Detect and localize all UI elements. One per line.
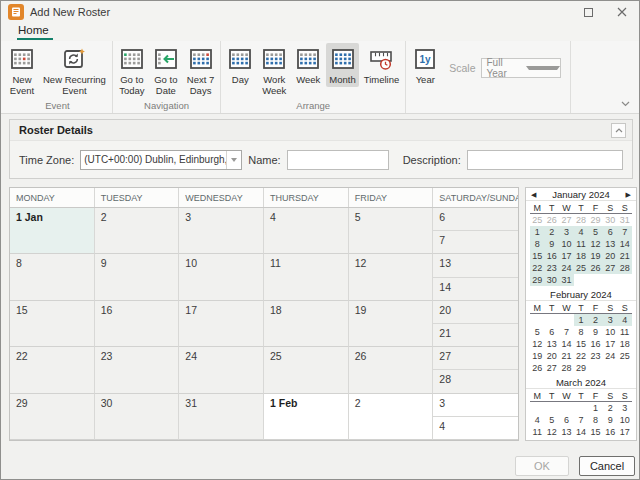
day-cell[interactable]: 13 (433, 254, 518, 277)
new-event-button[interactable]: New Event (6, 43, 38, 98)
mini-day[interactable]: 9 (603, 414, 618, 426)
mini-day[interactable]: 24 (559, 262, 574, 274)
tab-home[interactable]: Home (18, 24, 49, 36)
mini-day[interactable]: 27 (603, 262, 618, 274)
month-view-button[interactable]: Month (326, 43, 358, 87)
mini-day[interactable]: 3 (603, 314, 618, 326)
mini-day[interactable]: 11 (617, 326, 632, 338)
mini-day[interactable]: 8 (530, 238, 545, 250)
mini-day[interactable]: 1 (574, 314, 589, 326)
day-cell[interactable]: 8 (10, 254, 95, 300)
mini-day[interactable]: 30 (545, 274, 560, 286)
ok-button[interactable]: OK (515, 456, 569, 476)
description-input[interactable] (467, 150, 623, 170)
mini-day[interactable]: 23 (603, 438, 618, 441)
mini-day[interactable]: 21 (574, 438, 589, 441)
mini-day[interactable]: 10 (559, 238, 574, 250)
mini-day[interactable]: 17 (617, 426, 632, 438)
mini-day[interactable]: 28 (559, 362, 574, 374)
day-cell[interactable]: 4 (433, 417, 518, 439)
mini-day[interactable]: 7 (617, 226, 632, 238)
mini-day[interactable]: 18 (617, 338, 632, 350)
mini-day[interactable]: 20 (545, 350, 560, 362)
close-button[interactable] (605, 1, 639, 23)
mini-day[interactable]: 14 (559, 338, 574, 350)
day-cell[interactable]: 4 (264, 208, 349, 254)
mini-day[interactable]: 9 (545, 238, 560, 250)
mini-day[interactable]: 7 (574, 414, 589, 426)
mini-day[interactable]: 28 (617, 262, 632, 274)
mini-day[interactable]: 24 (617, 438, 632, 441)
cancel-button[interactable]: Cancel (579, 456, 635, 476)
mini-day[interactable]: 12 (530, 338, 545, 350)
mini-day[interactable]: 19 (588, 250, 603, 262)
mini-day[interactable]: 15 (530, 250, 545, 262)
mini-day[interactable]: 16 (603, 426, 618, 438)
maximize-button[interactable] (571, 1, 605, 23)
timeline-view-button[interactable]: Timeline (361, 43, 403, 87)
mini-day[interactable]: 3 (617, 402, 632, 414)
mini-day[interactable]: 13 (559, 426, 574, 438)
mini-day[interactable]: 22 (530, 262, 545, 274)
mini-day[interactable]: 20 (559, 438, 574, 441)
day-cell[interactable]: 20 (433, 301, 518, 324)
day-cell[interactable]: 27 (433, 347, 518, 370)
day-cell[interactable]: 28 (433, 370, 518, 392)
day-cell[interactable]: 23 (95, 347, 180, 393)
mini-day[interactable]: 2 (588, 314, 603, 326)
day-cell[interactable]: 31 (179, 394, 264, 440)
mini-day[interactable]: 11 (574, 238, 589, 250)
mini-day[interactable]: 8 (588, 414, 603, 426)
name-input[interactable] (287, 150, 389, 170)
new-recurring-event-button[interactable]: New Recurring Event (40, 43, 109, 98)
day-cell[interactable]: 16 (95, 301, 180, 347)
mini-day[interactable]: 7 (559, 326, 574, 338)
day-cell[interactable]: 1 Jan (10, 208, 95, 254)
mini-day[interactable]: 18 (574, 250, 589, 262)
day-cell[interactable]: 12 (349, 254, 434, 300)
mini-day[interactable]: 16 (545, 250, 560, 262)
mini-day[interactable]: 22 (574, 350, 589, 362)
day-cell[interactable]: 5 (349, 208, 434, 254)
day-cell[interactable]: 18 (264, 301, 349, 347)
mini-day[interactable]: 14 (617, 238, 632, 250)
mini-day[interactable]: 25 (574, 262, 589, 274)
mini-day[interactable]: 12 (588, 238, 603, 250)
work-week-view-button[interactable]: Work Week (258, 43, 290, 98)
mini-day[interactable]: 25 (617, 350, 632, 362)
mini-day[interactable]: 4 (574, 226, 589, 238)
mini-day[interactable]: 1 (588, 402, 603, 414)
mini-day[interactable]: 8 (574, 326, 589, 338)
day-cell[interactable]: 3 (179, 208, 264, 254)
day-cell[interactable]: 9 (95, 254, 180, 300)
day-cell[interactable]: 1 Feb (264, 394, 349, 440)
day-cell[interactable]: 26 (349, 347, 434, 393)
mini-day[interactable]: 15 (574, 338, 589, 350)
mini-day[interactable]: 18 (530, 438, 545, 441)
mini-day[interactable]: 13 (603, 238, 618, 250)
mini-day[interactable]: 28 (574, 214, 589, 226)
mini-day[interactable]: 19 (545, 438, 560, 441)
mini-day[interactable]: 1 (530, 226, 545, 238)
mini-day[interactable]: 6 (545, 326, 560, 338)
mini-day[interactable]: 21 (559, 350, 574, 362)
day-cell[interactable]: 7 (433, 231, 518, 253)
day-cell[interactable]: 30 (95, 394, 180, 440)
mini-day[interactable]: 26 (530, 362, 545, 374)
day-cell[interactable]: 17 (179, 301, 264, 347)
roster-details-collapse-button[interactable] (611, 123, 626, 138)
day-cell[interactable]: 29 (10, 394, 95, 440)
go-to-today-button[interactable]: Go to Today (116, 43, 148, 98)
mini-day[interactable]: 14 (574, 426, 589, 438)
mini-day[interactable]: 16 (588, 338, 603, 350)
day-cell[interactable]: 24 (179, 347, 264, 393)
mini-day[interactable]: 10 (603, 326, 618, 338)
day-cell[interactable]: 22 (10, 347, 95, 393)
day-cell[interactable]: 10 (179, 254, 264, 300)
mini-day[interactable]: 2 (545, 226, 560, 238)
mini-day[interactable]: 25 (530, 214, 545, 226)
day-cell[interactable]: 6 (433, 208, 518, 231)
mini-day[interactable]: 24 (603, 350, 618, 362)
day-cell[interactable]: 11 (264, 254, 349, 300)
prev-month-button[interactable]: ◀ (531, 188, 536, 201)
